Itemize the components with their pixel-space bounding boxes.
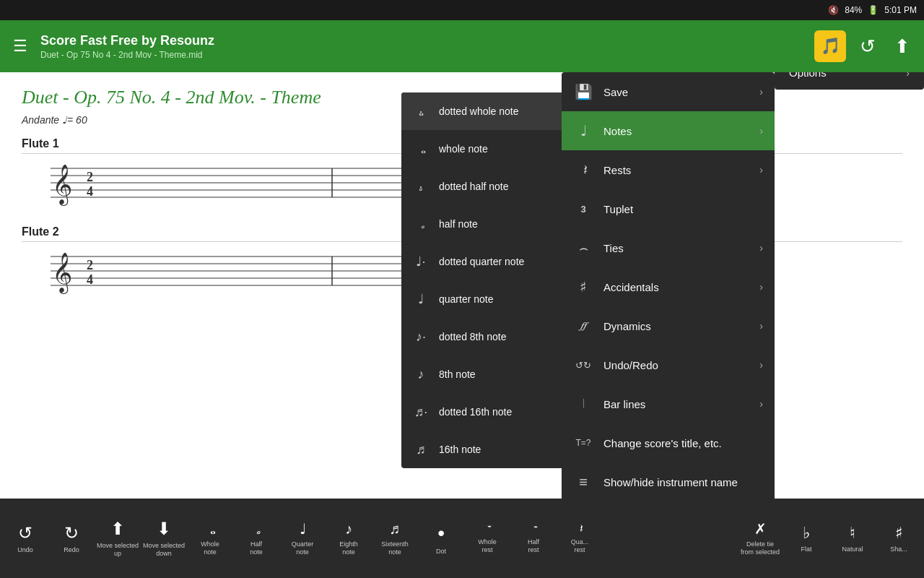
whole-rest-btn[interactable]: 𝄻 Wholerest — [465, 502, 510, 574]
notes-item-dotted-quarter-label: dotted quarter note — [439, 256, 524, 267]
notes-item-16th[interactable]: ♬ 16th note — [401, 431, 569, 468]
menu-notes[interactable]: ♩ Notes › — [562, 111, 775, 150]
move-down-label: Move selecteddown — [143, 542, 185, 558]
eighth-note-btn[interactable]: ♪ Eighthnote — [326, 502, 371, 574]
move-down-btn[interactable]: ⬇ Move selecteddown — [141, 502, 186, 574]
notes-item-8th-label: 8th note — [439, 368, 476, 380]
natural-btn[interactable]: ♮ Natural — [830, 502, 875, 574]
menu-accidentals[interactable]: ♯ Accidentals › — [562, 267, 775, 306]
dotted-half-icon: 𝅗· — [413, 179, 429, 194]
menu-save[interactable]: 💾 Save › — [562, 72, 775, 111]
sharp-icon: ♯ — [895, 524, 903, 543]
upload-toolbar-btn[interactable]: ⬆ — [889, 33, 915, 59]
menu-rests[interactable]: 𝄽 Rests › — [562, 150, 775, 189]
save-arrow: › — [759, 86, 763, 98]
changetitle-icon: T=? — [573, 438, 593, 448]
natural-icon: ♮ — [850, 524, 855, 543]
undoredo-arrow: › — [759, 359, 763, 371]
notes-item-dotted-half[interactable]: 𝅗· dotted half note — [401, 168, 569, 205]
half-note-label: Halfnote — [250, 540, 263, 556]
menu-rests-label: Rests — [603, 164, 749, 176]
showhide-icon: ≡ — [573, 474, 593, 491]
menu-barlines-label: Bar lines — [603, 398, 749, 410]
move-up-btn[interactable]: ⬆ Move selectedup — [95, 502, 140, 574]
clock: 5:01 PM — [884, 5, 917, 15]
notes-item-half[interactable]: 𝅗 half note — [401, 205, 569, 243]
notes-item-dotted-half-label: dotted half note — [439, 181, 509, 192]
natural-label: Natural — [842, 545, 863, 553]
quarter-icon: ♩ — [413, 291, 429, 307]
16th-icon: ♬ — [413, 442, 429, 457]
tuplet-icon: 3 — [573, 204, 593, 215]
8th-icon: ♪ — [413, 367, 429, 382]
whole-rest-label: Wholerest — [478, 538, 497, 554]
menu-notes-label: Notes — [603, 125, 749, 137]
whole-note-label: Wholenote — [201, 540, 219, 556]
battery-level: 84% — [845, 5, 862, 15]
half-rest-btn[interactable]: 𝄼 Halfrest — [511, 502, 556, 574]
notes-arrow: › — [759, 125, 763, 137]
delete-tie-btn[interactable]: ✗ Delete tiefrom selected — [738, 502, 783, 574]
sixteenth-note-icon: ♬ — [390, 521, 401, 538]
undo-btn[interactable]: ↺ Undo — [3, 502, 48, 574]
quarter-rest-btn[interactable]: 𝄽 Qua...rest — [557, 502, 602, 574]
notes-item-whole[interactable]: 𝅝 whole note — [401, 130, 569, 168]
redo-btn[interactable]: ↻ Redo — [49, 502, 94, 574]
dotted-whole-icon: 𝅝· — [413, 104, 429, 119]
svg-text:𝄞: 𝄞 — [52, 252, 72, 294]
half-note-btn[interactable]: 𝅗 Halfnote — [234, 502, 279, 574]
barlines-icon: 𝄀 — [573, 397, 593, 410]
svg-text:4: 4 — [87, 272, 93, 287]
menu-barlines[interactable]: 𝄀 Bar lines › — [562, 384, 775, 423]
rests-icon: 𝄽 — [573, 162, 593, 178]
menu-undoredo[interactable]: ↺↻ Undo/Redo › — [562, 345, 775, 384]
app-title: Score Fast Free by Resounz — [40, 33, 806, 48]
quarter-note-btn[interactable]: ♩ Quarternote — [280, 502, 325, 574]
flat-btn[interactable]: ♭ Flat — [784, 502, 829, 574]
accidentals-icon: ♯ — [573, 278, 593, 296]
menu-tuplet[interactable]: 3 Tuplet — [562, 189, 775, 228]
undo-toolbar-btn[interactable]: ↺ — [855, 33, 881, 59]
notes-item-quarter[interactable]: ♩ quarter note — [401, 280, 569, 318]
bottom-toolbar: ↺ Undo ↻ Redo ⬆ Move selectedup ⬇ Move s… — [0, 499, 924, 578]
notes-item-dotted-16th-label: dotted 16th note — [439, 406, 512, 418]
notes-item-dotted-16th[interactable]: ♬· dotted 16th note — [401, 393, 569, 431]
menu-dynamics[interactable]: 𝆑𝆑 Dynamics › — [562, 306, 775, 345]
notes-item-dotted-quarter[interactable]: ♩· dotted quarter note — [401, 243, 569, 280]
app-title-block: Score Fast Free by Resounz Duet - Op 75 … — [40, 33, 806, 60]
whole-icon: 𝅝 — [413, 142, 429, 157]
status-bar: 🔇 84% 🔋 5:01 PM — [0, 0, 924, 20]
delete-tie-label: Delete tiefrom selected — [741, 540, 780, 556]
rests-arrow: › — [759, 164, 763, 176]
notes-item-whole-label: whole note — [439, 143, 488, 155]
menu-dynamics-label: Dynamics — [603, 320, 749, 332]
whole-note-btn[interactable]: 𝅝 Wholenote — [188, 502, 232, 574]
mute-icon: 🔇 — [828, 5, 839, 15]
dynamics-arrow: › — [759, 320, 763, 332]
delete-tie-icon: ✗ — [754, 520, 767, 538]
score-icon[interactable]: 🎵 — [814, 30, 846, 62]
notes-item-8th[interactable]: ♪ 8th note — [401, 355, 569, 393]
svg-text:2: 2 — [87, 258, 93, 272]
notes-item-dotted-8th[interactable]: ♪· dotted 8th note — [401, 318, 569, 355]
menu-showhide[interactable]: ≡ Show/hide instrument name — [562, 462, 775, 501]
notes-item-dotted-8th-label: dotted 8th note — [439, 331, 506, 342]
svg-text:𝄞: 𝄞 — [52, 164, 72, 206]
flat-icon: ♭ — [803, 524, 810, 543]
notes-item-dotted-whole[interactable]: 𝅝· dotted whole note — [401, 92, 569, 130]
notes-item-quarter-label: quarter note — [439, 293, 494, 305]
undo-icon: ↺ — [18, 523, 32, 543]
sharp-btn[interactable]: ♯ Sha... — [876, 502, 921, 574]
top-toolbar: ☰ Score Fast Free by Resounz Duet - Op 7… — [0, 20, 924, 72]
hamburger-menu[interactable]: ☰ — [9, 33, 32, 60]
move-up-icon: ⬆ — [110, 519, 125, 539]
eighth-note-icon: ♪ — [345, 521, 352, 538]
menu-ties[interactable]: ⌢ Ties › — [562, 228, 775, 267]
dot-btn[interactable]: • Dot — [419, 502, 463, 574]
notes-icon: ♩ — [573, 122, 593, 139]
svg-text:4: 4 — [87, 184, 93, 199]
menu-save-label: Save — [603, 86, 749, 98]
menu-changetitle[interactable]: T=? Change score's title, etc. — [562, 423, 775, 462]
sixteenth-note-btn[interactable]: ♬ Sixteenthnote — [372, 502, 417, 574]
app-subtitle: Duet - Op 75 No 4 - 2nd Mov - Theme.mid — [40, 50, 806, 60]
